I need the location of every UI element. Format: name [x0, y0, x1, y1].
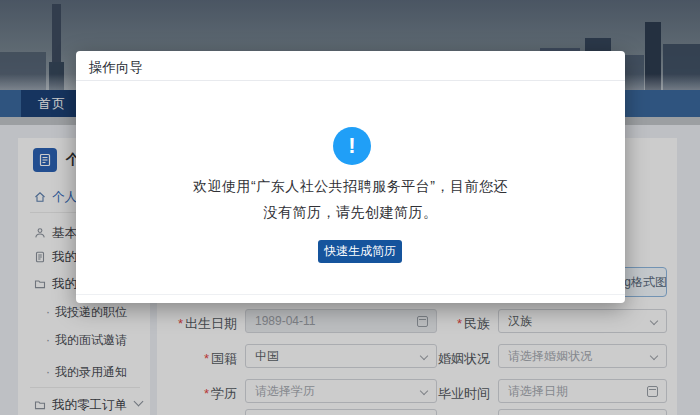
modal-message: 欢迎使用“广东人社公共招聘服务平台”，目前您还 没有简历，请先创建简历。 — [76, 173, 625, 225]
page: 首页 个人中心 个人中心 基本信息 我的简历 — [0, 0, 700, 415]
modal-message-line1: 欢迎使用“广东人社公共招聘服务平台”，目前您还 — [76, 173, 625, 199]
modal-title: 操作向导 — [89, 59, 143, 77]
divider — [76, 80, 625, 81]
divider — [76, 294, 625, 295]
info-exclamation-icon: ! — [333, 127, 371, 165]
modal-message-line2: 没有简历，请先创建简历。 — [76, 199, 625, 225]
generate-resume-button[interactable]: 快速生成简历 — [318, 240, 402, 263]
guide-modal: 操作向导 ! 欢迎使用“广东人社公共招聘服务平台”，目前您还 没有简历，请先创建… — [76, 51, 625, 303]
